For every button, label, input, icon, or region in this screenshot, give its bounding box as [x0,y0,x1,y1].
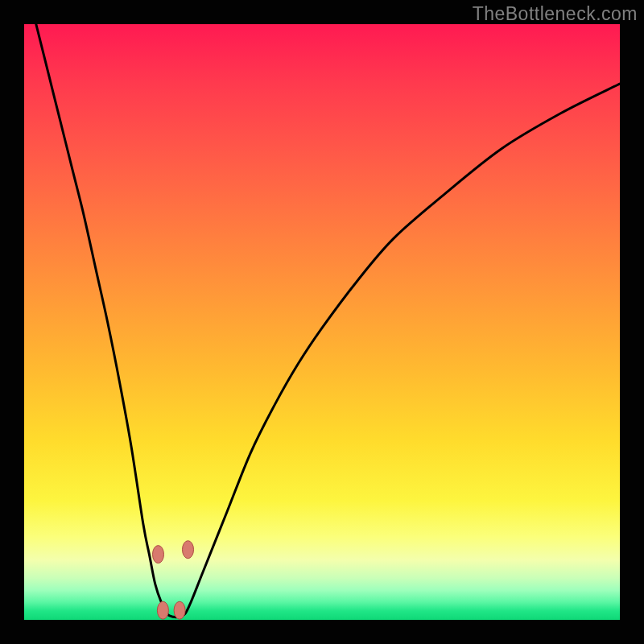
curve-marker [157,601,168,619]
curve-marker [153,546,164,564]
outer-frame: TheBottleneck.com [0,0,644,644]
curve-marker [183,541,194,559]
watermark-text: TheBottleneck.com [473,3,638,25]
plot-area [24,24,620,620]
bottleneck-curve [24,24,620,620]
curve-marker [174,601,185,619]
